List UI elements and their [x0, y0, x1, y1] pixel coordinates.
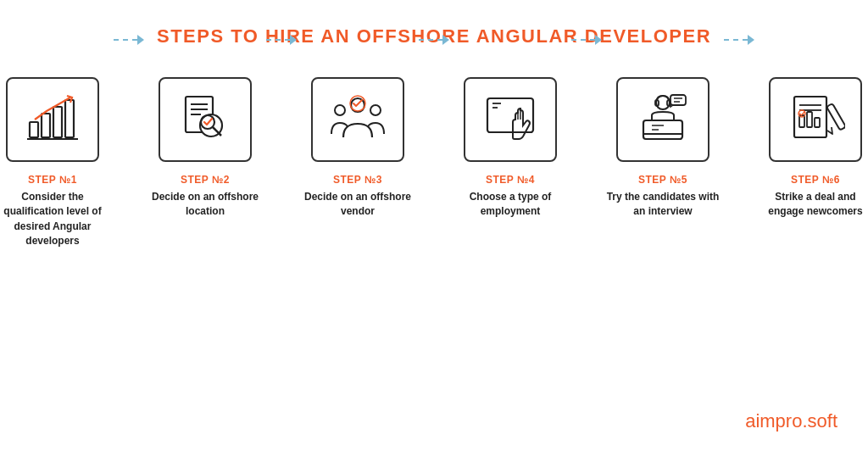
svg-rect-2 — [53, 107, 62, 137]
step-6-label: STEP №6 — [791, 174, 840, 186]
steps-container: STEP №1 Consider the qualification level… — [17, 77, 851, 249]
arrow-line-3 — [419, 39, 442, 41]
step-wrapper-4: STEP №4 Choose a type of employment — [451, 77, 570, 220]
svg-rect-38 — [815, 118, 820, 127]
step-3-desc: Decide on an offshore vendor — [298, 190, 417, 220]
step-5-icon — [633, 90, 693, 149]
step-3: STEP №3 Decide on an offshore vendor — [298, 77, 417, 220]
step-6-icon — [786, 90, 845, 149]
step-1-icon — [23, 90, 82, 149]
step-wrapper-3: STEP №3 Decide on an offshore vendor — [298, 77, 417, 220]
arrow-head-1 — [137, 35, 144, 45]
arrow-head-2 — [290, 35, 297, 45]
arrow-line-5 — [724, 39, 748, 41]
brand-logo: aimpro.soft — [745, 410, 837, 432]
step-5: STEP №5 Try the candidates with an inter… — [604, 77, 722, 220]
svg-rect-40 — [826, 103, 845, 131]
arrow-line-1 — [114, 39, 137, 41]
step-1-label: STEP №1 — [28, 174, 77, 186]
step-6: STEP №6 Strike a deal and engage newcome… — [756, 77, 868, 220]
step-5-label: STEP №5 — [638, 174, 687, 186]
step-6-desc: Strike a deal and engage newcomers — [756, 190, 868, 220]
svg-rect-1 — [42, 114, 50, 137]
step-4-icon-box — [464, 77, 557, 162]
step-2-desc: Decide on an offshore location — [146, 190, 264, 220]
step-3-icon-box — [311, 77, 404, 162]
step-1-desc: Consider the qualification level of desi… — [0, 190, 112, 249]
step-5-desc: Try the candidates with an interview — [604, 190, 722, 220]
svg-rect-37 — [807, 112, 812, 127]
step-2: STEP №2 Decide on an offshore location — [146, 77, 264, 220]
brand-prefix: aimpro — [745, 410, 802, 432]
arrow-head-5 — [748, 35, 754, 45]
step-6-icon-box — [769, 77, 862, 162]
svg-rect-0 — [30, 122, 38, 137]
step-wrapper-1: STEP №1 Consider the qualification level… — [0, 77, 112, 249]
step-3-label: STEP №3 — [333, 174, 382, 186]
brand-suffix: soft — [808, 410, 837, 432]
step-2-icon-box — [159, 77, 252, 162]
step-4-desc: Choose a type of employment — [451, 190, 570, 220]
arrow-4 — [570, 35, 604, 45]
svg-rect-3 — [65, 100, 74, 137]
step-4: STEP №4 Choose a type of employment — [451, 77, 570, 220]
svg-point-13 — [335, 105, 345, 115]
step-wrapper-2: STEP №2 Decide on an offshore location — [146, 77, 264, 220]
step-2-label: STEP №2 — [181, 174, 230, 186]
step-3-icon — [328, 90, 387, 149]
step-2-icon — [175, 90, 235, 149]
arrow-line-2 — [266, 39, 290, 41]
svg-rect-25 — [643, 120, 682, 139]
step-1-icon-box — [6, 77, 99, 162]
step-5-icon-box — [616, 77, 709, 162]
step-4-label: STEP №4 — [486, 174, 535, 186]
arrow-head-4 — [595, 35, 602, 45]
svg-point-14 — [370, 105, 381, 115]
arrow-1 — [112, 35, 146, 45]
arrow-line-4 — [571, 39, 595, 41]
step-1: STEP №1 Consider the qualification level… — [0, 77, 112, 249]
arrow-5 — [722, 35, 756, 45]
step-wrapper-6: STEP №6 Strike a deal and engage newcome… — [756, 77, 868, 220]
arrow-3 — [417, 35, 451, 45]
arrow-2 — [264, 35, 298, 45]
arrow-head-3 — [442, 35, 449, 45]
step-4-icon — [481, 90, 540, 149]
step-wrapper-5: STEP №5 Try the candidates with an inter… — [604, 77, 722, 220]
svg-rect-28 — [670, 95, 686, 105]
